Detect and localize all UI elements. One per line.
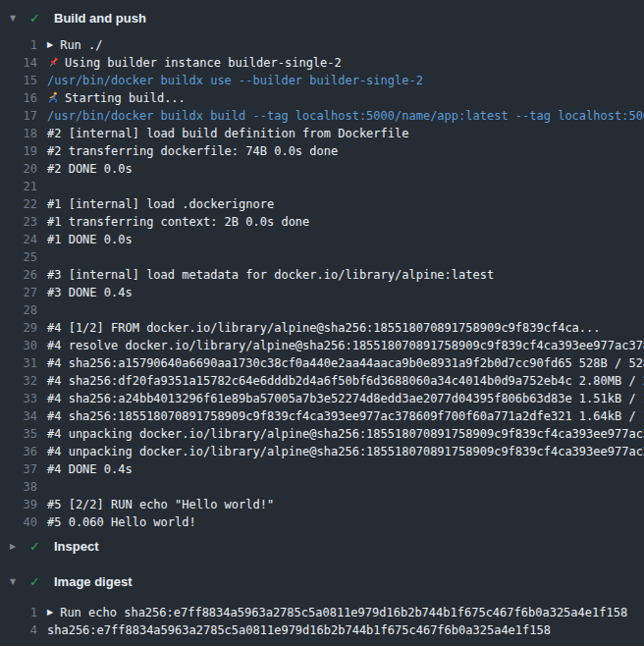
log-line: 38 [0, 478, 644, 496]
line-number[interactable]: 22 [0, 195, 37, 213]
log-line: 26#3 [internal] load metadata for docker… [0, 266, 644, 284]
log-text: #4 sha256:a24bb4013296f61e89ba57005a7b3e… [47, 390, 644, 407]
section-header-inspect[interactable]: ▶ ✓ Inspect [0, 531, 644, 561]
log-line: 24#1 DONE 0.0s [0, 231, 644, 248]
log-text: #2 [internal] load build definition from… [47, 125, 408, 142]
line-number[interactable]: 36 [0, 443, 37, 460]
log-text: #3 [internal] load metadata for docker.i… [47, 266, 494, 284]
log-text: /usr/bin/docker buildx build --tag local… [47, 107, 644, 125]
chevron-down-icon: ▼ [10, 14, 29, 23]
log-line: 1▶Run echo sha256:e7ff8834a5963a2785c5a0… [0, 604, 644, 621]
chevron-down-icon: ▼ [10, 577, 29, 586]
log-text: /usr/bin/docker buildx use --builder bui… [47, 72, 423, 89]
pushpin-icon [47, 56, 60, 74]
section-title: Build and push [54, 11, 146, 26]
log-text: #1 [internal] load .dockerignore [47, 195, 274, 213]
section-title: Image digest [54, 574, 132, 589]
line-number[interactable]: 20 [0, 160, 37, 178]
log-lines: 1▶Run ./14Using builder instance builder… [0, 36, 644, 531]
play-icon: ▶ [47, 36, 53, 54]
log-text: #4 unpacking docker.io/library/alpine@sh… [47, 425, 644, 443]
line-number[interactable]: 1 [0, 604, 37, 621]
log-text: #4 sha256:185518070891758909c9f839cf4ca3… [47, 407, 644, 425]
line-number[interactable]: 24 [0, 231, 37, 248]
log-line: 19#2 transferring dockerfile: 74B 0.0s d… [0, 142, 644, 160]
log-text: Run ./ [60, 36, 102, 54]
line-number[interactable]: 40 [0, 513, 37, 531]
section-title: Inspect [54, 539, 99, 554]
line-number[interactable]: 34 [0, 407, 37, 425]
log-lines: 1▶Run echo sha256:e7ff8834a5963a2785c5a0… [0, 604, 644, 639]
section-header-image-digest[interactable]: ▼ ✓ Image digest [0, 566, 644, 596]
log-line: 34#4 sha256:185518070891758909c9f839cf4c… [0, 407, 644, 425]
log-line: 32#4 sha256:df20fa9351a15782c64e6dddb2d4… [0, 372, 644, 390]
line-number[interactable]: 18 [0, 125, 37, 142]
line-number[interactable]: 16 [0, 89, 37, 107]
line-number[interactable]: 15 [0, 72, 37, 89]
log-text: #4 [1/2] FROM docker.io/library/alpine@s… [47, 319, 601, 337]
log-line: 4sha256:e7ff8834a5963a2785c5a0811e979d16… [0, 621, 644, 639]
log-line: 30#4 resolve docker.io/library/alpine@sh… [0, 337, 644, 354]
success-check-icon: ✓ [29, 11, 54, 26]
step-build-and-push: ▼ ✓ Build and push 1▶Run ./14Using build… [0, 3, 644, 531]
line-number[interactable]: 25 [0, 248, 37, 266]
log-text: #4 resolve docker.io/library/alpine@sha2… [47, 337, 644, 354]
log-line: 37#4 DONE 0.4s [0, 460, 644, 478]
log-line: 31#4 sha256:a15790640a6690aa1730c38cf0a4… [0, 354, 644, 372]
line-number[interactable]: 32 [0, 372, 37, 390]
log-line: 21 [0, 178, 644, 195]
log-line: 25 [0, 248, 644, 266]
line-number[interactable]: 26 [0, 266, 37, 284]
line-number[interactable]: 30 [0, 337, 37, 354]
line-number[interactable]: 1 [0, 36, 37, 54]
line-number[interactable]: 21 [0, 178, 37, 195]
log-line: 1▶Run ./ [0, 36, 644, 54]
log-line: 16Starting build... [0, 89, 644, 107]
line-number[interactable]: 17 [0, 107, 37, 125]
success-check-icon: ✓ [29, 574, 54, 589]
line-number[interactable]: 28 [0, 301, 37, 319]
log-text: #3 DONE 0.4s [47, 284, 133, 301]
log-line: 39#5 [2/2] RUN echo "Hello world!" [0, 496, 644, 513]
log-line: 18#2 [internal] load build definition fr… [0, 125, 644, 142]
line-number[interactable]: 19 [0, 142, 37, 160]
workflow-log: ▼ ✓ Build and push 1▶Run ./14Using build… [0, 0, 644, 646]
log-line: 40#5 0.060 Hello world! [0, 513, 644, 531]
section-header-build-and-push[interactable]: ▼ ✓ Build and push [0, 3, 644, 32]
log-text: sha256:e7ff8834a5963a2785c5a0811e979d16b… [47, 621, 551, 639]
log-line: 27#3 DONE 0.4s [0, 284, 644, 301]
line-number[interactable]: 37 [0, 460, 37, 478]
play-icon: ▶ [47, 604, 53, 621]
line-number[interactable]: 38 [0, 478, 37, 496]
line-number[interactable]: 31 [0, 354, 37, 372]
log-text: #2 transferring dockerfile: 74B 0.0s don… [47, 142, 338, 160]
line-number[interactable]: 39 [0, 496, 37, 513]
runner-icon [47, 91, 60, 109]
log-line: 33#4 sha256:a24bb4013296f61e89ba57005a7b… [0, 390, 644, 407]
log-text: #1 DONE 0.0s [47, 231, 133, 248]
log-line: 14Using builder instance builder-single-… [0, 54, 644, 72]
log-text: #4 sha256:df20fa9351a15782c64e6dddb2d4a6… [47, 372, 644, 390]
line-number[interactable]: 4 [0, 621, 37, 639]
log-text: #4 sha256:a15790640a6690aa1730c38cf0a440… [47, 354, 644, 372]
line-number[interactable]: 35 [0, 425, 37, 443]
line-number[interactable]: 27 [0, 284, 37, 301]
line-number[interactable]: 23 [0, 213, 37, 231]
log-line: 15/usr/bin/docker buildx use --builder b… [0, 72, 644, 89]
log-text: #2 DONE 0.0s [47, 160, 133, 178]
line-number[interactable]: 14 [0, 54, 37, 72]
log-line: 36#4 unpacking docker.io/library/alpine@… [0, 443, 644, 460]
line-number[interactable]: 33 [0, 390, 37, 407]
log-line: 35#4 unpacking docker.io/library/alpine@… [0, 425, 644, 443]
log-text: Run echo sha256:e7ff8834a5963a2785c5a081… [60, 604, 627, 621]
log-line: 22#1 [internal] load .dockerignore [0, 195, 644, 213]
log-line: 20#2 DONE 0.0s [0, 160, 644, 178]
success-check-icon: ✓ [29, 539, 54, 554]
log-text: #5 0.060 Hello world! [47, 513, 196, 531]
log-text: #4 DONE 0.4s [47, 460, 133, 478]
line-number[interactable]: 29 [0, 319, 37, 337]
log-line: 23#1 transferring context: 2B 0.0s done [0, 213, 644, 231]
log-text: #5 [2/2] RUN echo "Hello world!" [47, 496, 274, 513]
step-inspect: ▶ ✓ Inspect [0, 531, 644, 561]
log-text: Starting build... [65, 89, 186, 107]
